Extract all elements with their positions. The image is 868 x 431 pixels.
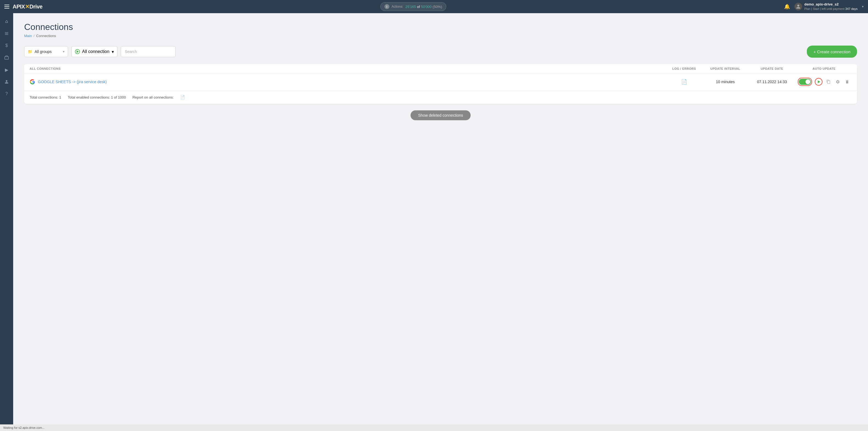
actions-label: Actions: (392, 5, 403, 8)
total-connections: Total connections: 1 (30, 95, 61, 99)
total-enabled: Total enabled connections: 1 of 1000 (68, 95, 126, 99)
page-title: Connections (24, 22, 857, 32)
table-row: GOOGLE SHEETS -> (jira service desk) 📄 1… (24, 73, 857, 91)
status-text: Waiting for s2.apix-drive.com... (3, 426, 45, 429)
log-icon[interactable]: 📄 (681, 79, 687, 85)
interval-cell: 10 minutes (703, 80, 747, 84)
breadcrumb-main[interactable]: Main (24, 34, 32, 38)
auto-update-toggle[interactable] (799, 79, 811, 85)
connection-filter-label: All connection (82, 49, 110, 54)
sidebar-item-connections[interactable] (2, 29, 11, 38)
report-icon[interactable]: 📄 (180, 95, 185, 99)
app-body: ⌂ $ ▶ ? Connections Main / Connections 📁… (0, 13, 868, 424)
run-now-button[interactable] (815, 78, 823, 86)
search-input[interactable] (121, 46, 176, 57)
logo-text: APIX✕Drive (12, 3, 42, 10)
breadcrumb-separator: / (33, 34, 35, 38)
actions-of: of (417, 5, 421, 9)
topbar: APIX✕Drive i Actions: 25'165 of 50'000 (… (0, 0, 868, 13)
settings-icon (836, 80, 840, 84)
actions-count: 25'165 of 50'000 (50%) (405, 5, 442, 9)
actions-used: 25'165 (405, 5, 416, 9)
groups-chevron: ▾ (63, 50, 64, 54)
bell-icon[interactable]: 🔔 (784, 4, 790, 10)
sidebar-item-user[interactable] (2, 77, 11, 87)
user-avatar-icon (796, 4, 801, 9)
avatar (795, 3, 802, 10)
auto-update-cell (797, 78, 851, 86)
delete-icon (845, 80, 849, 84)
interval-text: 10 minutes (716, 80, 735, 84)
connection-name-cell: GOOGLE SHEETS -> (jira service desk) (30, 79, 665, 85)
user-info: demo_apix-drive_s2 Plan | Start | left u… (795, 2, 858, 11)
show-deleted-button[interactable]: Show deleted connections (410, 110, 471, 120)
sidebar: ⌂ $ ▶ ? (0, 13, 13, 424)
table-header: ALL CONNECTIONS LOG / ERRORS UPDATE INTE… (24, 64, 857, 73)
breadcrumb: Main / Connections (24, 34, 857, 38)
sidebar-item-briefcase[interactable] (2, 53, 11, 63)
table-footer: Total connections: 1 Total enabled conne… (24, 91, 857, 104)
hamburger-menu[interactable] (4, 5, 9, 8)
topbar-right: 🔔 demo_apix-drive_s2 Plan | Start | left… (784, 2, 864, 11)
toggle-knob (805, 79, 810, 84)
copy-icon (826, 80, 831, 84)
update-date-cell: 07.11.2022 14:33 (747, 80, 797, 84)
google-icon (30, 79, 35, 85)
header-update-date: UPDATE DATE (747, 67, 797, 70)
toggle-wrapper (798, 78, 812, 86)
copy-button[interactable] (825, 79, 832, 85)
sidebar-item-billing[interactable]: $ (2, 41, 11, 51)
update-date-text: 07.11.2022 14:33 (757, 80, 787, 84)
connections-table: ALL CONNECTIONS LOG / ERRORS UPDATE INTE… (24, 64, 857, 104)
user-name: demo_apix-drive_s2 (804, 2, 858, 7)
main-content: Connections Main / Connections 📁 All gro… (13, 13, 868, 424)
delete-button[interactable] (844, 79, 850, 85)
groups-label: All groups (35, 50, 61, 54)
groups-select[interactable]: 📁 All groups ▾ (24, 46, 68, 57)
user-menu-chevron[interactable]: ▾ (862, 5, 864, 8)
user-plan: Plan | Start | left until payment 347 da… (804, 7, 858, 11)
logo: APIX✕Drive (12, 3, 42, 10)
play-circle-icon (75, 49, 80, 54)
header-all-connections: ALL CONNECTIONS (30, 67, 665, 70)
toolbar: 📁 All groups ▾ All connection ▾ + Create… (24, 45, 857, 58)
actions-percent: (50%) (433, 5, 442, 9)
user-details: demo_apix-drive_s2 Plan | Start | left u… (804, 2, 858, 11)
header-auto-update: AUTO UPDATE (797, 67, 851, 70)
info-icon: i (384, 4, 390, 9)
play-triangle (76, 50, 79, 53)
sidebar-item-media[interactable]: ▶ (2, 65, 11, 75)
log-errors-cell: 📄 (665, 79, 703, 85)
topbar-left: APIX✕Drive (4, 3, 42, 10)
topbar-center: i Actions: 25'165 of 50'000 (50%) (380, 2, 446, 11)
run-now-icon (818, 81, 820, 83)
statusbar: Waiting for s2.apix-drive.com... (0, 424, 868, 431)
breadcrumb-current: Connections (36, 34, 56, 38)
folder-icon: 📁 (28, 50, 32, 54)
actions-pill: i Actions: 25'165 of 50'000 (50%) (380, 2, 446, 11)
header-log-errors: LOG / ERRORS (665, 67, 703, 70)
header-update-interval: UPDATE INTERVAL (703, 67, 747, 70)
connection-chevron: ▾ (112, 49, 114, 54)
sidebar-item-home[interactable]: ⌂ (2, 17, 11, 26)
settings-button[interactable] (835, 79, 841, 85)
connection-link[interactable]: GOOGLE SHEETS -> (jira service desk) (38, 80, 107, 84)
show-deleted-wrapper: Show deleted connections (24, 104, 857, 127)
actions-total: 50'000 (421, 5, 432, 9)
connection-filter-select[interactable]: All connection ▾ (71, 46, 118, 57)
create-connection-button[interactable]: + Create connection (807, 45, 857, 58)
sidebar-item-help[interactable]: ? (2, 89, 11, 99)
report-label: Report on all connections: (132, 95, 174, 99)
